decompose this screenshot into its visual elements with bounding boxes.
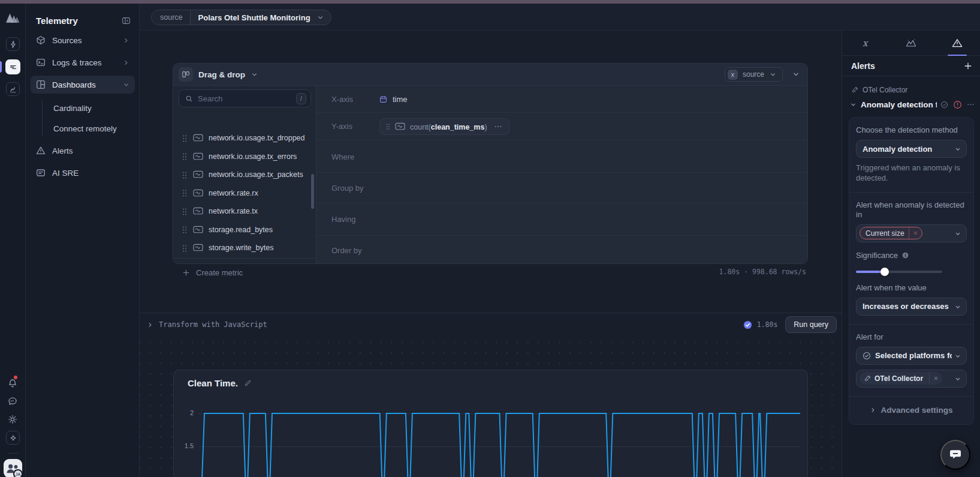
chevron-down-icon[interactable] <box>251 71 258 79</box>
close-icon[interactable] <box>909 227 922 239</box>
group-by-row[interactable]: Group by <box>316 173 807 203</box>
close-icon[interactable] <box>929 372 942 385</box>
sidebar: Telemetry Sources Logs & traces Dashboar… <box>26 4 140 477</box>
where-row[interactable]: Where <box>316 140 807 173</box>
timeseries-line-chart[interactable] <box>198 391 800 477</box>
metric-item-network-io-usage-tx-errors[interactable]: network.io.usage.tx_errors <box>173 148 316 166</box>
sidebar-subitem-connect-remotely[interactable]: Connect remotely <box>31 118 135 139</box>
collapse-panel-chevron-icon[interactable] <box>789 68 803 81</box>
drag-handle-icon[interactable] <box>182 226 187 233</box>
drag-handle-icon[interactable] <box>182 134 187 142</box>
metric-item-storage-read-bytes[interactable]: storage.read_bytes <box>173 221 316 239</box>
feedback-chat-icon[interactable] <box>6 395 19 408</box>
charts-icon[interactable] <box>6 82 20 96</box>
tab-alerts[interactable] <box>934 31 980 55</box>
alert-item-header[interactable]: Anomaly detection f... ⋯ <box>850 99 975 110</box>
chevron-down-icon <box>954 353 961 360</box>
chevron-down-icon <box>954 146 961 153</box>
current-size-chip[interactable]: Current size <box>860 227 922 239</box>
detection-method-select[interactable]: Anomaly detection <box>856 140 967 158</box>
edit-pencil-icon[interactable] <box>244 379 252 387</box>
advanced-settings-toggle[interactable]: Advanced settings <box>849 397 973 424</box>
value-change-select[interactable]: Increases or decreases <box>856 298 967 316</box>
create-metric-button[interactable]: Create metric <box>173 258 316 286</box>
chevron-right-icon[interactable] <box>147 322 153 328</box>
scope-chip-source[interactable]: x source <box>725 67 783 82</box>
sidebar-item-alerts[interactable]: Alerts <box>31 142 135 160</box>
metric-item-network-io-usage-tx-dropped[interactable]: network.io.usage.tx_dropped <box>173 133 316 148</box>
logs-traces-icon[interactable] <box>5 59 20 74</box>
sidebar-subitem-cardinality[interactable]: Cardinality <box>31 98 135 118</box>
chevron-down-icon <box>954 304 961 311</box>
drag-handle-icon[interactable] <box>182 171 187 179</box>
metric-item-network-io-usage-tx-packets[interactable]: network.io.usage.tx_packets <box>173 166 316 184</box>
add-alert-icon[interactable] <box>964 62 972 70</box>
metric-item-storage-write-bytes[interactable]: storage.write_bytes <box>173 239 316 257</box>
info-icon[interactable] <box>901 251 909 259</box>
ellipsis-menu-icon[interactable]: ⋯ <box>494 122 503 131</box>
significance-slider[interactable] <box>856 268 942 276</box>
check-circle-icon <box>863 352 871 360</box>
flash-icon[interactable] <box>6 37 20 51</box>
sidebar-item-dashboards[interactable]: Dashboards <box>31 76 135 94</box>
order-by-row[interactable]: Order by <box>316 236 807 265</box>
metric-list-scrollbar[interactable] <box>311 174 314 209</box>
chart-card[interactable]: Clean Time. 2 1.5 <box>173 370 808 477</box>
query-clauses: X-axis time Y-axis count(clean_time_ms) … <box>316 86 807 263</box>
y-axis-row[interactable]: Y-axis count(clean_time_ms) ⋯ <box>316 113 807 140</box>
alert-settings-card: Choose the detection method Anomaly dete… <box>849 117 974 425</box>
x-axis-row[interactable]: X-axis time <box>316 86 807 113</box>
avatar-initials-badge: JA <box>13 469 23 477</box>
drag-handle-icon[interactable] <box>386 123 390 130</box>
metric-type-icon <box>193 170 203 179</box>
collapse-sidebar-icon[interactable] <box>122 16 131 25</box>
chevron-down-icon[interactable] <box>850 101 857 108</box>
metric-item-network-rate-rx[interactable]: network.rate.rx <box>173 184 316 203</box>
slash-shortcut-badge: / <box>296 93 306 104</box>
sidebar-item-sources[interactable]: Sources <box>31 31 135 49</box>
x-axis-value: time <box>393 95 408 104</box>
slider-thumb[interactable] <box>881 268 889 276</box>
anomaly-settings-section: Alert when anomaly is detected in Curren… <box>849 193 973 325</box>
metric-type-icon <box>193 134 203 142</box>
theme-sun-icon[interactable] <box>6 413 19 426</box>
transform-label[interactable]: Transform with JavaScript <box>159 320 267 329</box>
collector-tool-icon <box>851 86 858 94</box>
drag-handle-icon[interactable] <box>182 244 187 252</box>
metric-type-icon <box>193 244 203 252</box>
sidebar-item-ai-sre[interactable]: AI SRE <box>31 164 135 182</box>
tab-chart[interactable] <box>888 31 934 55</box>
source-selector[interactable]: source Polars Otel Shuttle Monitoring <box>151 10 331 25</box>
metric-type-icon <box>395 122 405 131</box>
active-rail-indicator <box>0 61 2 73</box>
icon-rail: JA <box>0 4 26 477</box>
sidebar-nav: Sources Logs & traces Dashboards Cardina… <box>31 31 135 186</box>
metric-search-input[interactable]: Search / <box>179 89 311 107</box>
having-row[interactable]: Having <box>316 203 807 236</box>
metric-type-icon <box>193 189 203 197</box>
rail-divider <box>7 453 19 454</box>
query-mode-label[interactable]: Drag & drop <box>198 70 245 79</box>
transform-bar: Transform with JavaScript 1.80s Run quer… <box>140 313 842 336</box>
platform-chip-select[interactable]: OTel Collector <box>856 370 967 388</box>
tab-formula[interactable]: x <box>842 31 888 55</box>
drag-handle-icon[interactable] <box>182 208 187 215</box>
platforms-select[interactable]: Selected platforms fo... <box>856 347 967 365</box>
topbar: source Polars Otel Shuttle Monitoring <box>140 4 980 31</box>
alerts-title: Alerts <box>851 61 875 71</box>
support-chat-button[interactable] <box>940 440 970 470</box>
chart-title: Clean Time. <box>188 378 238 388</box>
alert-triangle-icon <box>952 38 963 47</box>
chevron-down-icon <box>122 81 130 89</box>
ellipsis-menu-icon[interactable]: ⋯ <box>967 100 975 109</box>
search-placeholder: Search <box>198 94 222 103</box>
drag-handle-icon[interactable] <box>182 152 187 160</box>
detected-in-select[interactable]: Current size <box>856 224 967 242</box>
run-query-button[interactable]: Run query <box>785 316 837 333</box>
sidebar-item-logs-traces[interactable]: Logs & traces <box>31 53 135 71</box>
shortcuts-icon[interactable] <box>6 431 20 445</box>
metric-item-network-rate-tx[interactable]: network.rate.tx <box>173 202 316 221</box>
otel-collector-chip[interactable]: OTel Collector <box>860 372 942 385</box>
drag-handle-icon[interactable] <box>182 189 187 197</box>
y-axis-metric-pill[interactable]: count(clean_time_ms) ⋯ <box>379 118 509 135</box>
